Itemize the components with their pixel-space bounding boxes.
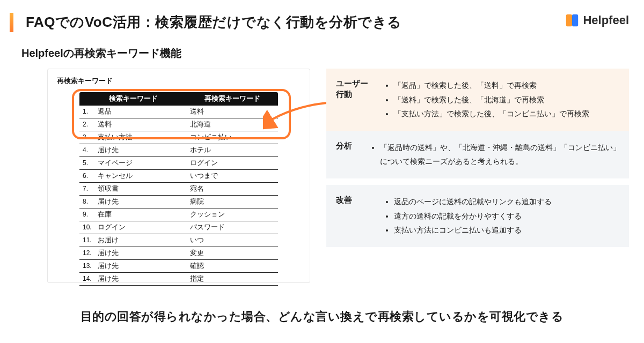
cell-search: 9.在庫 <box>79 208 187 221</box>
keyword-table-wrap: 検索キーワード 再検索キーワード 1.返品送料2.送料北海道3.支払い方法コンビ… <box>79 92 299 286</box>
helpfeel-icon <box>565 13 580 28</box>
cell-research: 確認 <box>187 260 278 273</box>
table-row: 12.届け先変更 <box>79 247 278 260</box>
table-row: 13.届け先確認 <box>79 260 278 273</box>
cell-research: 病院 <box>187 196 278 208</box>
footer-text: 目的の回答が得られなかった場合、どんな言い換えで再検索しているかを可視化できる <box>0 309 644 325</box>
section-improve: 改善 返品のページに送料の記載やリンクも追加する遠方の送料の記載を分かりやすくす… <box>326 185 629 247</box>
table-row: 14.届け先指定 <box>79 273 278 286</box>
accent-bar <box>10 13 13 32</box>
cell-search: 5.マイページ <box>79 157 187 170</box>
keyword-table: 検索キーワード 再検索キーワード 1.返品送料2.送料北海道3.支払い方法コンビ… <box>79 92 278 286</box>
table-row: 5.マイページログイン <box>79 157 278 170</box>
cell-search: 14.届け先 <box>79 273 187 286</box>
list-item: 「支払い方法」で検索した後、「コンビニ払い」で再検索 <box>394 107 589 121</box>
section-label: 分析 <box>336 140 361 169</box>
cell-research: 宛名 <box>187 183 278 196</box>
list-item: 「返品時の送料」や、「北海道・沖縄・離島の送料」「コンビニ払い」について検索ニー… <box>380 140 621 169</box>
table-row: 11.お届けいつ <box>79 234 278 247</box>
list-item: 「返品」で検索した後、「送料」で再検索 <box>394 78 589 93</box>
cell-search: 8.届け先 <box>79 196 187 208</box>
cell-search: 10.ログイン <box>79 221 187 234</box>
cell-search: 1.返品 <box>79 106 187 118</box>
table-row: 2.送料北海道 <box>79 118 278 131</box>
cell-research: 送料 <box>187 106 278 118</box>
cell-search: 6.キャンセル <box>79 170 187 183</box>
section-user-behavior: ユーザー 行動 「返品」で検索した後、「送料」で再検索「送料」で検索した後、「北… <box>326 69 629 131</box>
list-item: 「送料」で検索した後、「北海道」で再検索 <box>394 93 589 107</box>
brand-logo: Helpfeel <box>565 13 629 28</box>
table-row: 4.届け先ホテル <box>79 144 278 157</box>
cell-research: 変更 <box>187 247 278 260</box>
cell-search: 13.届け先 <box>79 260 187 273</box>
brand-name: Helpfeel <box>583 13 629 27</box>
table-row: 8.届け先病院 <box>79 196 278 208</box>
cell-research: クッション <box>187 208 278 221</box>
table-row: 1.返品送料 <box>79 106 278 118</box>
cell-research: 北海道 <box>187 118 278 131</box>
cell-research: パスワード <box>187 221 278 234</box>
keyword-panel: 再検索キーワード 検索キーワード 再検索キーワード 1.返品送料2.送料北海道3… <box>47 69 310 283</box>
cell-research: いつまで <box>187 170 278 183</box>
panel-title: 再検索キーワード <box>57 76 113 86</box>
section-analysis: 分析 「返品時の送料」や、「北海道・沖縄・離島の送料」「コンビニ払い」について検… <box>326 131 629 178</box>
table-row: 7.領収書宛名 <box>79 183 278 196</box>
cell-search: 7.領収書 <box>79 183 187 196</box>
subtitle: Helpfeelの再検索キーワード機能 <box>21 46 181 61</box>
table-row: 6.キャンセルいつまで <box>79 170 278 183</box>
cell-research: いつ <box>187 234 278 247</box>
th-search: 検索キーワード <box>79 92 187 106</box>
cell-search: 3.支払い方法 <box>79 131 187 144</box>
cell-search: 11.お届け <box>79 234 187 247</box>
list-item: 返品のページに送料の記載やリンクも追加する <box>394 195 552 209</box>
cell-research: ホテル <box>187 144 278 157</box>
cell-search: 4.届け先 <box>79 144 187 157</box>
list-item: 支払い方法にコンビニ払いも追加する <box>394 223 552 237</box>
analysis-panel: ユーザー 行動 「返品」で検索した後、「送料」で再検索「送料」で検索した後、「北… <box>326 69 629 247</box>
page-title: FAQでのVoC活用：検索履歴だけでなく行動を分析できる <box>26 13 402 32</box>
cell-research: ログイン <box>187 157 278 170</box>
cell-research: 指定 <box>187 273 278 286</box>
list-item: 遠方の送料の記載を分かりやすくする <box>394 209 552 223</box>
cell-search: 2.送料 <box>79 118 187 131</box>
cell-research: コンビニ払い <box>187 131 278 144</box>
table-row: 3.支払い方法コンビニ払い <box>79 131 278 144</box>
table-row: 10.ログインパスワード <box>79 221 278 234</box>
section-label: 改善 <box>336 195 375 237</box>
table-row: 9.在庫クッション <box>79 208 278 221</box>
th-research: 再検索キーワード <box>187 92 278 106</box>
cell-search: 12.届け先 <box>79 247 187 260</box>
section-label: ユーザー 行動 <box>336 78 375 121</box>
